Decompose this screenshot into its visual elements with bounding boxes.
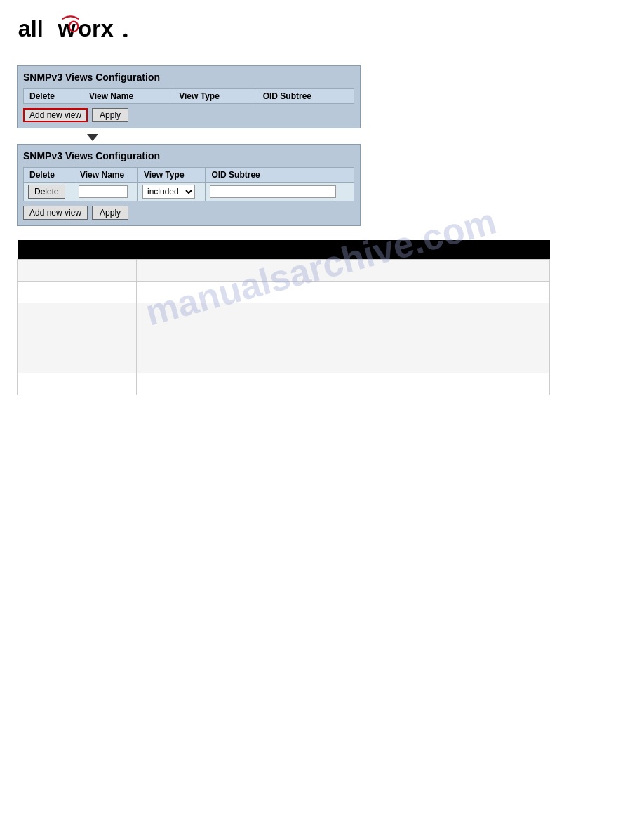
delete-cell: Delete [24, 183, 74, 201]
logo-area: all w orx [0, 0, 644, 51]
view-name-input[interactable] [79, 185, 128, 198]
col-oidsubtree-bottom: OID Subtree [206, 168, 354, 183]
col-viewtype-top: View Type [173, 89, 257, 104]
col-viewtype-bottom: View Type [137, 168, 205, 183]
svg-text:all: all [18, 16, 43, 41]
table-row [18, 373, 550, 395]
top-button-row: Add new view Apply [23, 108, 354, 122]
col-viewname-top: View Name [83, 89, 173, 104]
table-row [18, 260, 550, 282]
data-table [17, 240, 550, 395]
config-table-top: Delete View Name View Type OID Subtree [23, 88, 354, 104]
add-new-view-button-top[interactable]: Add new view [23, 108, 88, 122]
svg-text:w: w [58, 16, 76, 41]
data-table-container [17, 240, 550, 395]
apply-button-top[interactable]: Apply [92, 108, 128, 122]
apply-button-bottom[interactable]: Apply [92, 206, 128, 220]
snmp-panel-top: SNMPv3 Views Configuration Delete View N… [17, 65, 361, 128]
main-content: SNMPv3 Views Configuration Delete View N… [0, 51, 644, 409]
row1-col1 [18, 260, 137, 282]
row4-col1 [18, 373, 137, 395]
row3-col1 [18, 303, 137, 373]
snmp-panel-bottom-title: SNMPv3 Views Configuration [23, 150, 354, 161]
row3-col2 [136, 303, 549, 373]
oid-subtree-input[interactable] [210, 185, 336, 198]
row1-col2 [136, 260, 549, 282]
table-row [18, 282, 550, 303]
svg-point-4 [123, 34, 127, 37]
config-table-bottom: Delete View Name View Type OID Subtree D… [23, 167, 354, 201]
view-name-cell [74, 183, 138, 201]
table-header-cell [18, 240, 550, 260]
allworx-logo: all w orx [17, 13, 130, 44]
snmp-panel-top-title: SNMPv3 Views Configuration [23, 72, 354, 83]
arrow-indicator [17, 134, 627, 141]
bottom-button-row: Add new view Apply [23, 206, 354, 220]
view-type-cell: included excluded [137, 183, 205, 201]
row2-col1 [18, 282, 137, 303]
view-type-select[interactable]: included excluded [142, 185, 195, 199]
add-new-view-button-bottom[interactable]: Add new view [23, 206, 88, 220]
col-viewname-bottom: View Name [74, 168, 138, 183]
col-delete-top: Delete [24, 89, 83, 104]
table-row: Delete included excluded [24, 183, 354, 201]
col-delete-bottom: Delete [24, 168, 74, 183]
snmp-panel-bottom: SNMPv3 Views Configuration Delete View N… [17, 144, 361, 226]
table-header-row [18, 240, 550, 260]
col-oidsubtree-top: OID Subtree [257, 89, 354, 104]
arrow-down-icon [87, 134, 98, 141]
delete-button[interactable]: Delete [28, 185, 65, 199]
svg-text:orx: orx [78, 16, 113, 41]
table-row [18, 303, 550, 373]
oid-subtree-cell [206, 183, 354, 201]
row4-col2 [136, 373, 549, 395]
row2-col2 [136, 282, 549, 303]
